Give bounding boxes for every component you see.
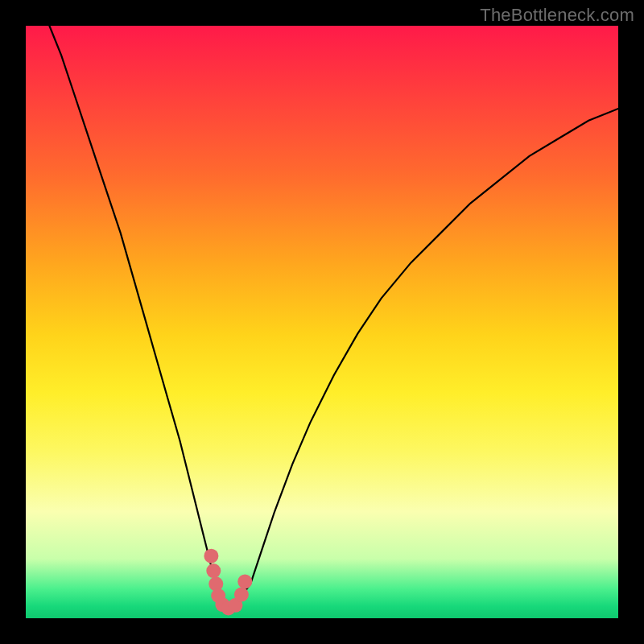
chart-plot-area — [26, 26, 618, 618]
highlight-dot — [206, 564, 221, 578]
highlight-dot — [237, 574, 252, 588]
bottleneck-curve-svg — [26, 26, 618, 618]
highlight-dot — [204, 549, 218, 564]
highlight-dot — [234, 588, 249, 602]
chart-frame: TheBottleneck.com — [0, 0, 644, 644]
watermark-text: TheBottleneck.com — [480, 5, 634, 26]
bottleneck-curve-line — [49, 26, 618, 606]
highlight-dots-group — [204, 549, 252, 616]
